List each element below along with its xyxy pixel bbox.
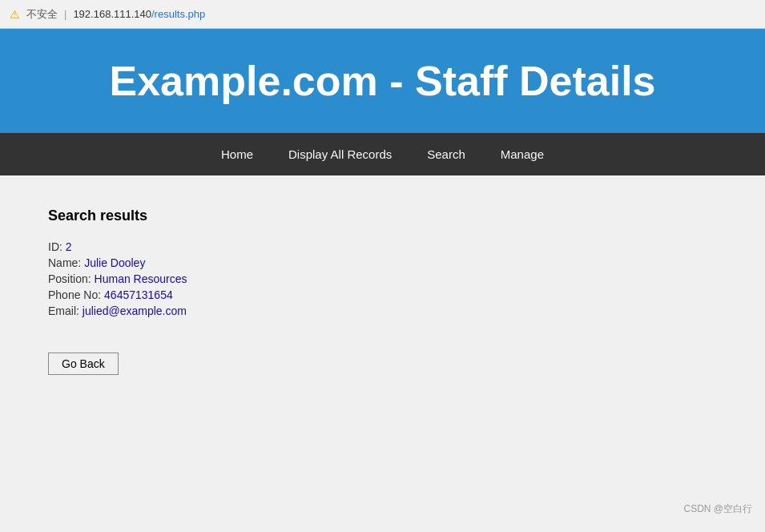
navigation-bar: Home Display All Records Search Manage: [0, 133, 765, 175]
nav-item-display-all[interactable]: Display All Records: [271, 133, 409, 175]
site-header: Example.com - Staff Details: [0, 29, 765, 133]
nav-item-home[interactable]: Home: [203, 133, 271, 175]
result-field-3: Phone No: 46457131654: [48, 288, 717, 301]
result-label-1: Name:: [48, 256, 84, 269]
main-content: Search results ID: 2Name: Julie DooleyPo…: [0, 175, 765, 496]
address-url[interactable]: 192.168.111.140/results.php: [73, 8, 205, 20]
go-back-button[interactable]: Go Back: [48, 353, 119, 375]
url-path: /results.php: [151, 8, 205, 20]
nav-link-home[interactable]: Home: [203, 133, 271, 175]
result-label-0: ID:: [48, 240, 66, 253]
nav-link-search[interactable]: Search: [409, 133, 483, 175]
result-value-1: Julie Dooley: [84, 256, 145, 269]
result-field-2: Position: Human Resources: [48, 272, 717, 285]
nav-item-manage[interactable]: Manage: [483, 133, 562, 175]
result-field-0: ID: 2: [48, 240, 717, 253]
nav-link-manage[interactable]: Manage: [483, 133, 562, 175]
warning-icon: ⚠: [10, 8, 20, 21]
result-value-4: julied@example.com: [83, 304, 187, 317]
result-value-2: Human Resources: [95, 272, 187, 285]
result-label-2: Position:: [48, 272, 95, 285]
search-results-heading: Search results: [48, 208, 717, 224]
browser-address-bar: ⚠ 不安全 | 192.168.111.140/results.php: [0, 0, 765, 29]
result-field-4: Email: julied@example.com: [48, 304, 717, 317]
footer-watermark: CSDN @空白行: [0, 496, 765, 522]
result-value-3: 46457131654: [104, 288, 173, 301]
url-domain: 192.168.111.140: [73, 8, 151, 20]
nav-list: Home Display All Records Search Manage: [0, 133, 765, 175]
security-label: 不安全: [26, 7, 58, 22]
separator: |: [64, 8, 66, 20]
result-value-0: 2: [66, 240, 72, 253]
watermark-text: CSDN @空白行: [683, 503, 752, 514]
result-fields: ID: 2Name: Julie DooleyPosition: Human R…: [48, 240, 717, 317]
result-field-1: Name: Julie Dooley: [48, 256, 717, 269]
result-label-4: Email:: [48, 304, 83, 317]
site-title: Example.com - Staff Details: [16, 57, 749, 105]
nav-link-display-all[interactable]: Display All Records: [271, 133, 409, 175]
nav-item-search[interactable]: Search: [409, 133, 483, 175]
result-label-3: Phone No:: [48, 288, 104, 301]
